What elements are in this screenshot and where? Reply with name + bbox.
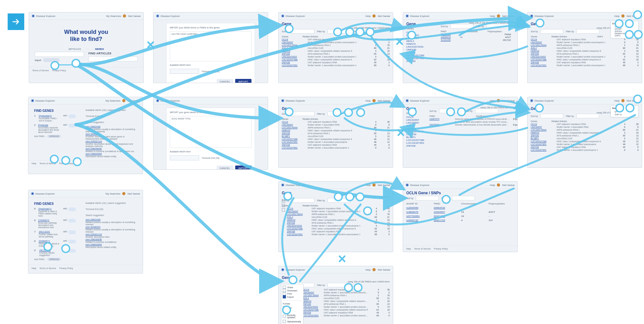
gene-link[interactable]: HIMKH3 xyxy=(287,219,311,221)
gene-link[interactable]: HIMKH3 xyxy=(303,300,323,302)
table-row[interactable]: LOC105178944ARPA antisense RNA 1270 xyxy=(287,213,390,215)
gene-side-item[interactable]: ABSL2 xyxy=(406,40,436,42)
gene-link[interactable]: LOC101527386 xyxy=(282,138,307,140)
gene-side-item[interactable]: ABSL2 xyxy=(406,124,424,127)
table-row[interactable]: LOC101927851Wolter barrier 1 associated … xyxy=(282,141,390,143)
gene-link[interactable]: LOC101927851 xyxy=(282,147,307,149)
table-row[interactable]: BL3BP1microRNA 2120512 xyxy=(282,135,390,137)
gene-link[interactable]: LOC101527386 xyxy=(287,228,311,230)
table-row[interactable]: HIMKH3HIMC class I polypeptide-related s… xyxy=(531,50,639,52)
present-arrow-button[interactable] xyxy=(8,13,24,30)
table-row[interactable]: LOC101927851Wolter barrier 1 associated … xyxy=(531,143,639,145)
table-row[interactable]: LINC02697Wolter barrier 1 associated RNA… xyxy=(531,126,639,128)
table-row[interactable]: LOC101927851Wolter barrier 1 associated … xyxy=(531,64,639,66)
gene-link[interactable]: OCLN xyxy=(531,38,556,41)
gene-link[interactable]: ZNF438 xyxy=(282,61,307,64)
gene-link[interactable]: ASIL2 xyxy=(303,297,323,299)
gene-link[interactable]: ZNF430 xyxy=(282,132,307,135)
gene-link[interactable]: OCLN xyxy=(282,38,307,41)
gene-link[interactable]: HIMKH3 xyxy=(531,132,556,134)
import-button[interactable]: IMPORT xyxy=(235,166,251,170)
suggestion-item[interactable]: mm:3248324Related articles usually a des… xyxy=(86,226,137,233)
gene-link[interactable]: LINC01872933 xyxy=(531,56,556,58)
gene-link[interactable]: LOC101927851 xyxy=(282,64,307,66)
filter-select[interactable] xyxy=(576,29,599,34)
table-row[interactable]: LOC101927851Wolter barrier 1 associated … xyxy=(282,64,390,66)
table-row[interactable]: LOC105178944ARPA antisense RNA 18921 xyxy=(282,127,390,129)
suggestion-item[interactable]: mm:24802854Description about related ent… xyxy=(86,243,137,248)
table-row[interactable]: LOC101527386HINC class I polypeptide-rel… xyxy=(287,228,390,230)
gene-link[interactable]: LINC01872933 xyxy=(287,225,311,227)
suggestion-item[interactable]: mm:22832118Another description item xyxy=(86,233,137,238)
table-row[interactable]: OCLNOAT adjacent regulatory RNA430 xyxy=(282,121,390,123)
gene-link[interactable]: ASIL2 xyxy=(531,47,556,49)
table-row[interactable]: rs5896742284217934X/X xyxy=(406,219,514,222)
gene-link[interactable]: ZNF438 xyxy=(282,144,307,146)
gene-side-item[interactable]: LOC101527386 xyxy=(406,54,436,57)
gene-link[interactable]: LINC02697 xyxy=(282,41,307,43)
setup-button[interactable]: Set up xyxy=(353,30,359,33)
gene-link[interactable]: LOC105178944 xyxy=(287,213,311,215)
gene-link[interactable]: ZNF438 xyxy=(531,146,556,148)
gene-link[interactable]: ASIL2 xyxy=(287,216,311,218)
table-row[interactable]: ASIL2microRNA 21208921 xyxy=(282,47,390,49)
gene-link[interactable]: ZNF430 xyxy=(531,53,556,55)
suggestion-item[interactable]: mm:2892438Related articles usually a des… xyxy=(86,218,137,226)
table-row[interactable]: ZNF430AFIA antisense RNA 16513 xyxy=(531,53,639,55)
table-row[interactable]: LINC02697Wolter barrier 1 associated pro… xyxy=(282,41,390,43)
suggestion-item[interactable]: mm:24802854Description about related ent… xyxy=(86,152,137,158)
table-row[interactable]: ZNF430AFIA antisense RNA 16513 xyxy=(287,222,390,224)
pmid-chip[interactable]: 10559183 xyxy=(47,135,61,138)
gene-side-item[interactable]: LINC01872933 xyxy=(406,45,436,48)
gene-link[interactable]: LOC101527386 xyxy=(531,58,556,61)
suggestion-item[interactable]: mm:22832118Another description about rep… xyxy=(86,140,137,147)
mesh-select[interactable] xyxy=(170,69,199,74)
gene-link[interactable]: OCLN xyxy=(287,207,311,210)
table-row[interactable]: ASIL2microRNA 21208921 xyxy=(531,47,639,49)
gene-input[interactable] xyxy=(88,56,138,61)
menu-item[interactable]: Share xyxy=(283,286,302,289)
gene-link[interactable]: OCLN xyxy=(531,123,556,125)
gene-link[interactable]: ASIL2 xyxy=(282,47,307,49)
mesh-select[interactable] xyxy=(170,155,199,160)
mesh-item[interactable]: 728113221Further related text about path… xyxy=(34,230,76,238)
table-row[interactable]: HIMKH3HIMC class I polypeptide-related s… xyxy=(303,300,390,302)
table-row[interactable]: rs577020912842179316- xyxy=(406,215,514,218)
table-row[interactable]: ZNF438OAT adjacent regulatory RNA493 xyxy=(282,61,390,64)
filter-select[interactable] xyxy=(327,29,350,34)
table-row[interactable]: LOC101527386HINC class I polypeptide-rel… xyxy=(531,140,639,143)
suggestion-item[interactable]: mm:29828836Related to immune correlation… xyxy=(86,147,137,152)
table-row[interactable]: LINC01872933Wolter barrier 1 associated … xyxy=(531,56,639,58)
table-row[interactable]: LOC105178944ARPA antisense RNA 1270 xyxy=(531,44,639,46)
gene-link[interactable]: BL3BP1 xyxy=(531,137,556,140)
gene-link[interactable]: LINC01872933 xyxy=(282,56,307,58)
gene-side-item[interactable]: OMF430 xyxy=(406,48,436,51)
table-row[interactable]: ASIL2microRNA 21208921 xyxy=(303,297,390,299)
table-row[interactable]: ZNF438OAT adjacent regulatory RNA493 xyxy=(303,312,390,314)
gene-side-item[interactable]: LINC02697 xyxy=(406,119,424,121)
suggestion-item[interactable]: mm:29828836Related to immune correlation… xyxy=(86,238,137,243)
gene-link[interactable]: LOC101927851 xyxy=(531,149,556,151)
gene-link[interactable]: LINC02697 xyxy=(531,126,556,128)
gene-link[interactable]: LOC101527386 xyxy=(282,58,307,61)
sort-select[interactable] xyxy=(291,29,314,34)
search-popover[interactable]: Search gene id SNP id xyxy=(610,105,639,117)
table-row[interactable]: HIMKH3HIMC class I polypeptide-related s… xyxy=(287,219,390,221)
gene-side-item[interactable]: LINC00597 xyxy=(406,121,424,124)
table-row[interactable]: LOC101927851Wolter barrier 1 associated … xyxy=(531,149,639,151)
pmid-input[interactable] xyxy=(35,52,84,57)
gene-link[interactable]: LOC101927851 xyxy=(531,64,556,66)
gene-side-item[interactable]: OMF430 xyxy=(406,133,424,136)
tab-genes[interactable]: GENES xyxy=(95,48,104,50)
table-row[interactable]: OCLNOAT adjacent regulatory RNA430 xyxy=(531,123,639,125)
gene-side-item[interactable]: LOC101527386 xyxy=(406,139,424,142)
table-row[interactable]: HIMKH3HIMC class I polypeptide-related s… xyxy=(282,50,390,52)
table-row[interactable]: BL3BP1microRNA 2120512 xyxy=(531,137,639,140)
import-chip[interactable] xyxy=(43,58,60,62)
gene-side-item[interactable]: ZNF438 xyxy=(406,60,436,63)
gene-link[interactable]: LOC101527386 xyxy=(531,140,556,143)
table-row[interactable]: LOC101927851Wolter barrier 1 associated … xyxy=(282,147,390,149)
gene-link[interactable]: LINC02697 xyxy=(287,210,311,212)
gene-link[interactable]: ZNF438 xyxy=(287,230,311,233)
gene-link[interactable]: HIMKH3 xyxy=(282,129,307,132)
